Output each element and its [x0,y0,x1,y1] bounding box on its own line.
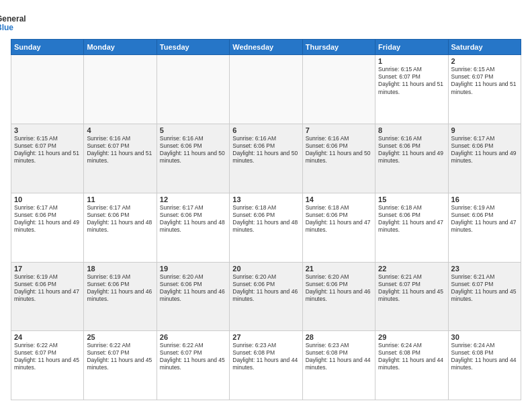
day-info: Sunrise: 6:18 AMSunset: 6:06 PMDaylight:… [306,204,372,234]
day-info: Sunrise: 6:22 AMSunset: 6:07 PMDaylight:… [87,342,153,371]
calendar-table: SundayMondayTuesdayWednesdayThursdayFrid… [11,39,521,400]
calendar-week-row: 17Sunrise: 6:19 AMSunset: 6:06 PMDayligh… [11,262,521,331]
calendar-cell: 29Sunrise: 6:24 AMSunset: 6:08 PMDayligh… [375,331,448,400]
day-number: 5 [160,126,226,134]
day-info: Sunrise: 6:16 AMSunset: 6:06 PMDaylight:… [378,135,445,165]
col-header-saturday: Saturday [448,40,521,55]
calendar-cell: 13Sunrise: 6:18 AMSunset: 6:06 PMDayligh… [230,193,302,262]
day-info: Sunrise: 6:16 AMSunset: 6:06 PMDaylight:… [232,135,299,165]
day-info: Sunrise: 6:16 AMSunset: 6:07 PMDaylight:… [87,135,153,165]
calendar-cell: 26Sunrise: 6:22 AMSunset: 6:07 PMDayligh… [157,331,229,400]
col-header-thursday: Thursday [302,40,375,55]
calendar-week-row: 24Sunrise: 6:22 AMSunset: 6:07 PMDayligh… [11,331,521,400]
calendar-week-row: 3Sunrise: 6:15 AMSunset: 6:07 PMDaylight… [11,124,521,193]
calendar-cell: 24Sunrise: 6:22 AMSunset: 6:07 PMDayligh… [11,331,84,400]
day-number: 18 [87,265,153,273]
day-info: Sunrise: 6:23 AMSunset: 6:08 PMDaylight:… [232,342,299,371]
day-number: 6 [232,126,299,134]
day-info: Sunrise: 6:19 AMSunset: 6:06 PMDaylight:… [451,204,518,234]
day-number: 4 [87,126,153,134]
day-number: 27 [232,333,299,341]
day-number: 22 [378,265,445,273]
day-info: Sunrise: 6:23 AMSunset: 6:08 PMDaylight:… [306,342,372,371]
calendar-cell: 6Sunrise: 6:16 AMSunset: 6:06 PMDaylight… [230,124,302,193]
day-info: Sunrise: 6:18 AMSunset: 6:06 PMDaylight:… [378,204,445,234]
calendar-week-row: 1Sunrise: 6:15 AMSunset: 6:07 PMDaylight… [11,55,521,124]
day-info: Sunrise: 6:19 AMSunset: 6:06 PMDaylight:… [14,273,81,303]
calendar-cell: 27Sunrise: 6:23 AMSunset: 6:08 PMDayligh… [230,331,302,400]
day-number: 8 [378,126,445,134]
calendar-cell: 5Sunrise: 6:16 AMSunset: 6:06 PMDaylight… [157,124,229,193]
calendar-cell: 16Sunrise: 6:19 AMSunset: 6:06 PMDayligh… [448,193,521,262]
calendar-cell: 20Sunrise: 6:20 AMSunset: 6:06 PMDayligh… [230,262,302,331]
calendar-cell: 17Sunrise: 6:19 AMSunset: 6:06 PMDayligh… [11,262,84,331]
day-number: 29 [378,333,445,341]
day-number: 25 [87,333,153,341]
calendar-cell [302,55,375,124]
logo: General Blue General Blue [11,13,26,32]
day-info: Sunrise: 6:17 AMSunset: 6:06 PMDaylight:… [14,204,81,234]
day-number: 19 [160,265,226,273]
day-info: Sunrise: 6:19 AMSunset: 6:06 PMDaylight:… [87,273,153,303]
calendar-header-row: SundayMondayTuesdayWednesdayThursdayFrid… [11,40,521,55]
day-number: 15 [378,195,445,203]
calendar-cell [11,55,84,124]
day-info: Sunrise: 6:20 AMSunset: 6:06 PMDaylight:… [232,273,299,303]
day-info: Sunrise: 6:22 AMSunset: 6:07 PMDaylight:… [160,342,226,371]
calendar-cell [230,55,302,124]
day-info: Sunrise: 6:22 AMSunset: 6:07 PMDaylight:… [14,342,81,371]
day-number: 30 [451,333,518,341]
day-number: 24 [14,333,81,341]
calendar-cell: 21Sunrise: 6:20 AMSunset: 6:06 PMDayligh… [302,262,375,331]
day-number: 26 [160,333,226,341]
calendar-cell: 28Sunrise: 6:23 AMSunset: 6:08 PMDayligh… [302,331,375,400]
day-info: Sunrise: 6:15 AMSunset: 6:07 PMDaylight:… [14,135,81,165]
calendar-cell: 2Sunrise: 6:15 AMSunset: 6:07 PMDaylight… [448,55,521,124]
col-header-sunday: Sunday [11,40,84,55]
day-info: Sunrise: 6:20 AMSunset: 6:06 PMDaylight:… [306,273,372,303]
day-info: Sunrise: 6:20 AMSunset: 6:06 PMDaylight:… [160,273,226,303]
calendar-cell: 9Sunrise: 6:17 AMSunset: 6:06 PMDaylight… [448,124,521,193]
col-header-friday: Friday [375,40,448,55]
day-number: 12 [160,195,226,203]
day-number: 11 [87,195,153,203]
day-info: Sunrise: 6:16 AMSunset: 6:06 PMDaylight:… [306,135,372,165]
day-number: 10 [14,195,81,203]
col-header-monday: Monday [84,40,157,55]
calendar-cell: 7Sunrise: 6:16 AMSunset: 6:06 PMDaylight… [302,124,375,193]
calendar-week-row: 10Sunrise: 6:17 AMSunset: 6:06 PMDayligh… [11,193,521,262]
day-number: 17 [14,265,81,273]
calendar-cell: 12Sunrise: 6:17 AMSunset: 6:06 PMDayligh… [157,193,229,262]
day-info: Sunrise: 6:21 AMSunset: 6:07 PMDaylight:… [378,273,445,303]
calendar-cell: 23Sunrise: 6:21 AMSunset: 6:07 PMDayligh… [448,262,521,331]
calendar-cell: 4Sunrise: 6:16 AMSunset: 6:07 PMDaylight… [84,124,157,193]
day-number: 1 [378,57,445,65]
day-number: 20 [232,265,299,273]
calendar-cell: 25Sunrise: 6:22 AMSunset: 6:07 PMDayligh… [84,331,157,400]
calendar-cell: 10Sunrise: 6:17 AMSunset: 6:06 PMDayligh… [11,193,84,262]
calendar-cell: 15Sunrise: 6:18 AMSunset: 6:06 PMDayligh… [375,193,448,262]
day-info: Sunrise: 6:17 AMSunset: 6:06 PMDaylight:… [160,204,226,234]
calendar-cell: 30Sunrise: 6:24 AMSunset: 6:08 PMDayligh… [448,331,521,400]
calendar-cell: 14Sunrise: 6:18 AMSunset: 6:06 PMDayligh… [302,193,375,262]
day-info: Sunrise: 6:18 AMSunset: 6:06 PMDaylight:… [232,204,299,234]
day-number: 2 [451,57,518,65]
day-number: 23 [451,265,518,273]
day-number: 13 [232,195,299,203]
day-number: 3 [14,126,81,134]
calendar-cell: 8Sunrise: 6:16 AMSunset: 6:06 PMDaylight… [375,124,448,193]
calendar-cell [157,55,229,124]
day-info: Sunrise: 6:21 AMSunset: 6:07 PMDaylight:… [451,273,518,303]
day-info: Sunrise: 6:17 AMSunset: 6:06 PMDaylight:… [451,135,518,165]
day-info: Sunrise: 6:15 AMSunset: 6:07 PMDaylight:… [378,66,445,95]
calendar-cell: 3Sunrise: 6:15 AMSunset: 6:07 PMDaylight… [11,124,84,193]
day-number: 28 [306,333,372,341]
col-header-tuesday: Tuesday [157,40,229,55]
calendar-cell: 19Sunrise: 6:20 AMSunset: 6:06 PMDayligh… [157,262,229,331]
day-info: Sunrise: 6:24 AMSunset: 6:08 PMDaylight:… [378,342,445,371]
header: General Blue General Blue [11,11,521,32]
day-number: 16 [451,195,518,203]
day-number: 14 [306,195,372,203]
logo-blue-text: Blue [0,24,26,32]
day-info: Sunrise: 6:17 AMSunset: 6:06 PMDaylight:… [87,204,153,234]
